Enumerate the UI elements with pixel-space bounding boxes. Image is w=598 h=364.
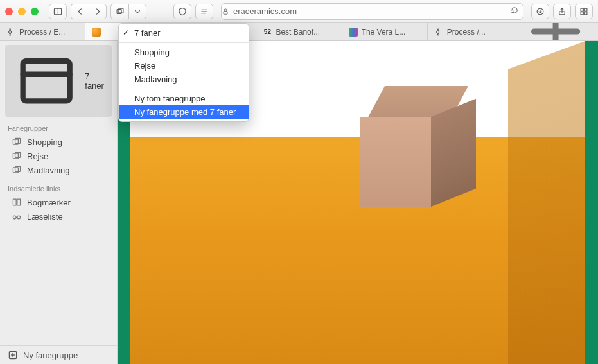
plus-square-icon [8,350,18,360]
sidebar-item-label: Madlavning [27,166,70,175]
tab[interactable]: Process / E... [0,23,85,40]
compress-icon [6,28,15,37]
toolbar: eraceramics.com [0,0,598,23]
grid-icon [579,7,588,16]
tab[interactable]: Process /... [428,23,513,40]
book-icon [12,197,22,207]
dropdown-item-label: Ny tom fanegruppe [134,94,206,103]
lock-icon [222,8,229,15]
svg-point-29 [13,216,16,219]
sidebar-current-tabgroup[interactable]: 7 faner [5,45,112,117]
sidebar-bookmarks-item[interactable]: Bogmærker [0,195,117,209]
tab-label: Process / E... [19,28,65,37]
shield-icon [178,7,187,16]
fullscreen-window-button[interactable] [31,8,39,15]
sidebar-readinglist-item[interactable]: Læseliste [0,209,117,223]
address-domain: eraceramics.com [233,6,297,16]
svg-rect-12 [585,8,587,11]
svg-rect-7 [224,11,227,14]
content-clay-cube [362,86,471,214]
sidebar-icon [53,7,62,16]
dropdown-item[interactable]: Madlavning [119,73,249,86]
favicon-icon [349,28,358,37]
dropdown-item[interactable]: Shopping [119,46,249,59]
sidebar-new-group-button[interactable]: Ny fanegruppe [0,345,117,364]
chevron-left-icon [76,7,85,16]
tabgroup-menu-button[interactable] [128,4,146,19]
tabgroup-icon [12,137,22,147]
download-icon [536,7,545,16]
chevron-right-icon [93,7,102,16]
favicon-icon [92,28,101,37]
sidebar-group-item[interactable]: Rejse [0,149,117,163]
tabgroup-button[interactable] [110,4,128,19]
minimize-window-button[interactable] [18,8,26,15]
dropdown-separator [119,89,249,89]
sidebar-item-label: Bogmærker [27,198,71,207]
downloads-button[interactable] [531,4,549,19]
tab-label: The Vera L... [362,28,406,37]
sidebar-section-collected: Indsamlede links [0,184,117,195]
sidebar-group-item[interactable]: Madlavning [0,163,117,177]
tab-label: Best Banof... [276,28,320,37]
svg-rect-14 [585,12,587,14]
tab-label: Process /... [447,28,486,37]
dropdown-item[interactable]: Ny fanegruppe med 7 faner [119,105,249,119]
sidebar-group-item[interactable]: Shopping [0,135,117,149]
dropdown-item[interactable]: 7 faner [119,26,249,40]
close-window-button[interactable] [5,8,13,15]
dropdown-item-label: Rejse [134,61,155,71]
svg-rect-13 [581,12,583,14]
compress-icon [434,28,443,37]
sidebar-item-label: Læseliste [27,212,63,221]
tabgroup-picker [110,4,146,19]
reader-format-button[interactable] [195,4,213,19]
tabs-overview-button[interactable] [575,4,593,19]
content-table-surface [130,137,585,364]
tabgroup-dropdown: 7 faner Shopping Rejse Madlavning Ny tom… [118,23,249,122]
tab[interactable]: The Vera L... [342,23,428,40]
share-button[interactable] [553,4,571,19]
dropdown-separator [119,42,249,43]
svg-point-30 [17,216,21,219]
back-button[interactable] [71,4,89,19]
window-controls [5,8,39,15]
tabgroup-icon [12,151,22,161]
forward-button[interactable] [89,4,107,19]
new-tab-button[interactable] [513,23,598,40]
reload-icon [510,6,519,15]
sidebar-item-label: Rejse [27,152,48,161]
dropdown-item-label: Shopping [134,48,170,57]
tabgroup-icon [116,7,125,16]
privacy-report-button[interactable] [173,4,191,19]
svg-rect-21 [23,61,70,101]
svg-rect-0 [54,8,61,15]
dropdown-item-label: Madlavning [134,74,177,84]
plus-icon [520,23,592,40]
sidebar: 7 faner Fanegrupper Shopping Rejse Madla… [0,41,118,364]
sidebar-section-groups: Fanegrupper [0,123,117,135]
sidebar-toggle-button[interactable] [49,4,67,19]
chevron-down-icon [133,7,142,16]
dropdown-item[interactable]: Rejse [119,59,249,73]
sidebar-item-label: Shopping [27,137,62,147]
dropdown-item-label: Ny fanegruppe med 7 faner [134,107,236,117]
svg-rect-11 [581,8,583,11]
dropdown-item[interactable]: Ny tom fanegruppe [119,92,249,105]
text-size-icon [200,7,209,16]
tab-bar: Process / E... Grand Cen... 52 Best Bano… [0,23,598,41]
main: 7 faner Fanegrupper Shopping Rejse Madla… [0,41,598,364]
glasses-icon [12,211,22,221]
tabgroup-icon [12,165,22,175]
sidebar-current-label: 7 faner [85,71,104,91]
nav-buttons [71,4,107,19]
tab[interactable]: 52 Best Banof... [256,23,342,40]
share-icon [558,7,567,16]
dropdown-item-label: 7 faner [134,28,160,38]
address-bar[interactable]: eraceramics.com [221,3,523,20]
window-icon [13,48,80,114]
reload-button[interactable] [510,6,519,17]
sidebar-footer-label: Ny fanegruppe [23,351,78,360]
favicon-icon: 52 [263,28,272,37]
